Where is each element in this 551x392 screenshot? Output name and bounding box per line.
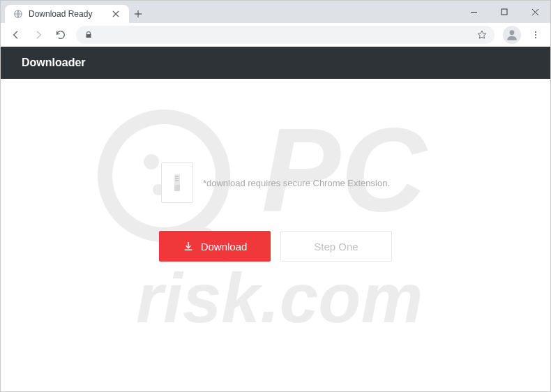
minimize-button[interactable] <box>458 1 489 23</box>
download-label: Download <box>201 241 248 252</box>
main-content: *download requires secure Chrome Extensi… <box>1 163 550 262</box>
tab-title: Download Ready <box>29 9 105 19</box>
kebab-menu-icon[interactable] <box>527 26 545 44</box>
info-row: *download requires secure Chrome Extensi… <box>161 163 390 203</box>
svg-point-4 <box>535 33 536 35</box>
step-one-button[interactable]: Step One <box>280 231 392 262</box>
download-icon <box>183 241 194 252</box>
svg-point-5 <box>535 37 536 38</box>
page-content: Downloader PC risk.com *download require… <box>1 47 550 392</box>
button-row: Download Step One <box>159 231 392 262</box>
download-button[interactable]: Download <box>159 231 271 262</box>
window-controls <box>458 1 550 23</box>
svg-point-3 <box>535 31 536 32</box>
star-icon[interactable] <box>476 29 488 40</box>
step-one-label: Step One <box>314 241 358 252</box>
window-titlebar: Download Ready <box>1 1 550 23</box>
profile-button[interactable] <box>503 26 521 44</box>
address-bar[interactable] <box>76 26 495 44</box>
svg-text:risk.com: risk.com <box>136 259 423 337</box>
globe-icon <box>13 9 23 19</box>
close-icon[interactable] <box>111 9 121 19</box>
svg-point-2 <box>510 30 515 35</box>
lock-icon <box>83 29 94 40</box>
close-window-button[interactable] <box>520 1 550 23</box>
forward-button[interactable] <box>29 25 48 45</box>
page-header: Downloader <box>1 47 550 79</box>
browser-toolbar <box>1 23 550 47</box>
zip-file-icon <box>161 163 193 203</box>
reload-button[interactable] <box>51 25 70 45</box>
maximize-button[interactable] <box>489 1 520 23</box>
info-text: *download requires secure Chrome Extensi… <box>203 178 390 188</box>
page-title: Downloader <box>22 56 86 69</box>
browser-tab[interactable]: Download Ready <box>5 5 129 23</box>
back-button[interactable] <box>6 25 26 45</box>
new-tab-button[interactable] <box>129 5 147 23</box>
svg-rect-1 <box>501 9 507 15</box>
